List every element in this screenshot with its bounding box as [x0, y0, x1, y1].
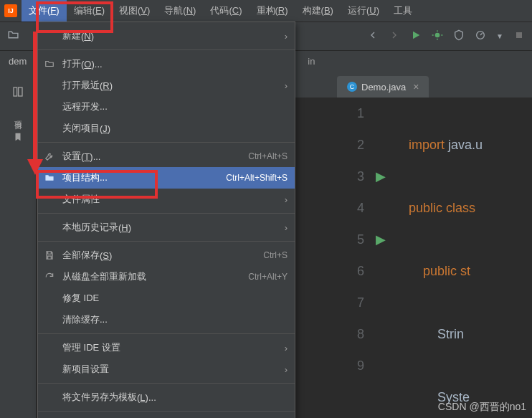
menu-item-local-history[interactable]: 本地历史记录(H)›	[38, 217, 295, 238]
separator	[38, 213, 295, 214]
bookmark-icon[interactable]	[13, 132, 23, 145]
svg-point-0	[435, 32, 440, 37]
ide-logo-icon: IJ	[4, 4, 17, 17]
line-number: 1	[344, 98, 364, 129]
open-folder-icon[interactable]	[7, 29, 19, 44]
menu-navigate[interactable]: 导航(N)	[157, 0, 203, 22]
menu-build[interactable]: 构建(B)	[295, 0, 341, 22]
menu-item-save-all[interactable]: 全部保存(S)Ctrl+S	[38, 244, 295, 266]
submenu-arrow-icon: ›	[285, 194, 288, 205]
run-gutter-icon[interactable]: ▶	[376, 224, 390, 255]
project-toolwindow-icon[interactable]	[12, 86, 24, 100]
close-tab-icon[interactable]: ×	[413, 81, 419, 92]
submenu-arrow-icon: ›	[285, 31, 288, 42]
submenu-arrow-icon: ›	[285, 80, 288, 91]
code-area[interactable]: 1 2 3 4 5 6 7 8 9 ▶ ▶ import java.u publ…	[344, 98, 532, 418]
save-icon	[44, 250, 55, 261]
gutter-icons: ▶ ▶	[376, 98, 390, 255]
menu-item-new[interactable]: 新建(N)›	[38, 25, 295, 47]
menu-edit[interactable]: 编辑(E)	[67, 0, 112, 22]
line-number: 4	[344, 192, 364, 224]
menu-item-open[interactable]: 打开(O)...	[38, 53, 295, 75]
menu-item-save-as-template[interactable]: 将文件另存为模板(L)...	[38, 386, 295, 408]
separator	[38, 142, 295, 143]
svg-rect-3	[14, 87, 17, 96]
forward-icon[interactable]	[389, 29, 400, 44]
separator	[38, 241, 295, 242]
line-number: 5	[344, 224, 364, 255]
line-number: 7	[344, 287, 364, 318]
menu-file[interactable]: 文件(F)	[22, 0, 67, 22]
wrench-icon	[44, 151, 55, 162]
svg-rect-2	[516, 32, 522, 38]
menu-item-exit-partial[interactable]: 日山	[38, 414, 295, 418]
java-class-icon: C	[347, 82, 357, 92]
menu-item-remote[interactable]: 远程开发...	[38, 96, 295, 118]
watermark: CSDN @西晋的no1	[438, 401, 526, 414]
menu-item-manage-ide-settings[interactable]: 管理 IDE 设置›	[38, 337, 295, 358]
menu-item-reload-disk[interactable]: 从磁盘全部重新加载Ctrl+Alt+Y	[38, 266, 295, 288]
menu-item-new-project-settings[interactable]: 新项目设置›	[38, 358, 295, 380]
run-icon[interactable]	[410, 29, 422, 44]
line-number: 9	[344, 350, 364, 381]
shortcut-label: Ctrl+Alt+S	[248, 151, 288, 161]
project-toolwindow-label[interactable]: 项目	[13, 115, 24, 118]
submenu-arrow-icon: ›	[285, 222, 288, 233]
menu-item-settings[interactable]: 设置(T)...Ctrl+Alt+S	[38, 146, 295, 167]
menu-run[interactable]: 运行(U)	[341, 0, 386, 22]
submenu-arrow-icon: ›	[285, 364, 288, 375]
project-structure-icon	[44, 172, 55, 184]
line-number: 3	[344, 161, 364, 192]
menu-tools[interactable]: 工具	[386, 0, 419, 22]
menu-item-file-properties[interactable]: 文件属性›	[38, 189, 295, 210]
run-gutter-icon[interactable]: ▶	[376, 161, 390, 192]
menu-item-recent[interactable]: 打开最近(R)›	[38, 75, 295, 96]
submenu-arrow-icon: ›	[285, 343, 288, 353]
breadcrumb-tail: in	[308, 56, 315, 67]
menu-refactor[interactable]: 重构(R)	[250, 0, 295, 22]
svg-rect-4	[19, 87, 22, 96]
menubar: IJ 文件(F) 编辑(E) 视图(V) 导航(N) 代码(C) 重构(R) 构…	[0, 0, 532, 22]
line-number-gutter: 1 2 3 4 5 6 7 8 9	[344, 98, 373, 381]
coverage-icon[interactable]	[453, 29, 465, 44]
separator	[38, 333, 295, 334]
project-tab[interactable]: dem	[0, 56, 35, 67]
code-text[interactable]: import java.u public class public st Str…	[409, 98, 483, 413]
separator	[38, 411, 295, 412]
stop-icon[interactable]	[513, 29, 525, 44]
file-dropdown: 新建(N)› 打开(O)... 打开最近(R)› 远程开发... 关闭项目(J)…	[37, 22, 295, 418]
separator	[38, 383, 295, 384]
menu-item-project-structure[interactable]: 项目结构...Ctrl+Alt+Shift+S	[38, 167, 295, 189]
shortcut-label: Ctrl+Alt+Shift+S	[226, 173, 288, 183]
shortcut-label: Ctrl+S	[263, 250, 288, 260]
menu-item-invalidate-caches[interactable]: 清除缓存...	[38, 309, 295, 331]
profile-icon[interactable]	[475, 29, 486, 44]
reload-icon	[44, 271, 55, 282]
menu-item-repair-ide[interactable]: 修复 IDE	[38, 288, 295, 309]
dropdown-chevron-icon[interactable]: ▼	[496, 32, 503, 40]
menu-view[interactable]: 视图(V)	[112, 0, 157, 22]
back-icon[interactable]	[367, 29, 379, 44]
shortcut-label: Ctrl+Alt+Y	[248, 272, 288, 282]
editor-tab-label: Demo.java	[361, 82, 406, 92]
line-number: 2	[344, 129, 364, 161]
menu-item-close-project[interactable]: 关闭项目(J)	[38, 118, 295, 139]
line-number: 8	[344, 318, 364, 350]
folder-open-icon	[44, 58, 55, 70]
line-number: 6	[344, 255, 364, 287]
editor-tab-demo[interactable]: C Demo.java ×	[337, 76, 429, 98]
menu-code[interactable]: 代码(C)	[203, 0, 249, 22]
project-toolwindow-stripe[interactable]: 项目	[0, 72, 36, 418]
separator	[38, 49, 295, 50]
debug-icon[interactable]	[432, 29, 443, 44]
